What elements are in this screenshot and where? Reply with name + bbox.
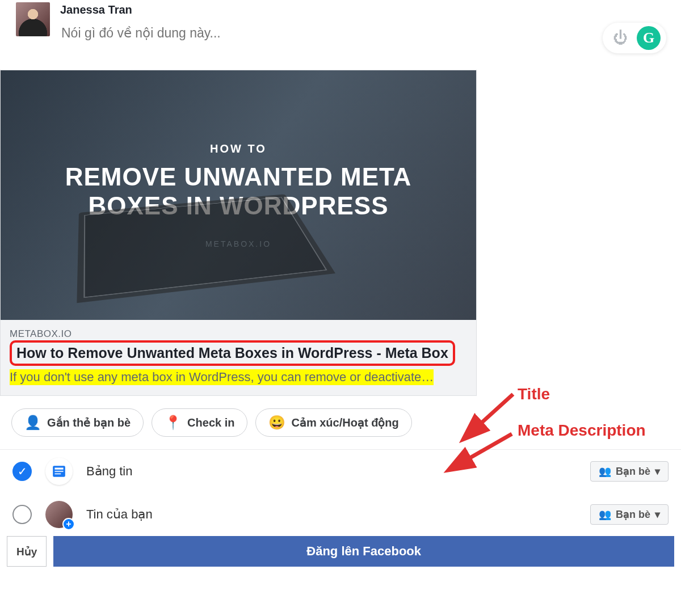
smiley-icon: 😀 <box>268 415 285 431</box>
preview-meta: METABOX.IO How to Remove Unwanted Meta B… <box>1 320 476 395</box>
user-name[interactable]: Janessa Tran <box>60 2 457 17</box>
preview-card[interactable]: HOW TO REMOVE UNWANTED META BOXES IN WOR… <box>0 70 477 396</box>
feed-label: Bảng tin <box>86 463 577 480</box>
chevron-down-icon: ▾ <box>655 508 660 521</box>
tag-friends-label: Gắn thẻ bạn bè <box>47 416 131 429</box>
location-pin-icon: 📍 <box>165 415 182 431</box>
tag-friends-button[interactable]: 👤 Gắn thẻ bạn bè <box>11 408 144 437</box>
audience-row-feed[interactable]: ✓ Bảng tin 👥 Bạn bè ▾ <box>0 450 681 493</box>
annotation-desc-label: Meta Description <box>518 420 646 441</box>
story-privacy-button[interactable]: 👥 Bạn bè ▾ <box>590 504 669 525</box>
annotation-title-label: Title <box>518 384 550 404</box>
svg-line-1 <box>464 434 512 461</box>
story-avatar: + <box>45 501 73 528</box>
story-label: Tin của bạn <box>86 507 577 523</box>
power-icon[interactable]: ⏻ <box>613 28 628 48</box>
svg-rect-3 <box>54 468 63 470</box>
audience-selector: ✓ Bảng tin 👥 Bạn bè ▾ + Tin của bạn 👥 Bạ… <box>0 449 681 536</box>
svg-rect-4 <box>54 471 63 472</box>
tag-friends-icon: 👤 <box>24 415 41 431</box>
preview-domain: METABOX.IO <box>10 328 467 340</box>
svg-line-0 <box>477 394 513 427</box>
story-radio[interactable] <box>12 505 32 524</box>
checkin-label: Check in <box>187 416 234 429</box>
story-privacy-label: Bạn bè <box>616 508 650 521</box>
feed-radio[interactable]: ✓ <box>12 462 32 481</box>
grammarly-icon[interactable]: G <box>637 26 661 50</box>
composer-input[interactable] <box>60 25 457 41</box>
hero-site: METABOX.IO <box>205 239 271 249</box>
preview-hero-image: HOW TO REMOVE UNWANTED META BOXES IN WOR… <box>1 70 476 320</box>
cancel-button[interactable]: Hủy <box>7 536 47 567</box>
post-button[interactable]: Đăng lên Facebook <box>53 536 674 567</box>
feed-privacy-label: Bạn bè <box>616 465 650 478</box>
link-preview: HOW TO REMOVE UNWANTED META BOXES IN WOR… <box>0 70 681 396</box>
chevron-down-icon: ▾ <box>655 465 660 478</box>
feed-icon <box>45 458 73 485</box>
preview-description: If you don't use any meta box in WordPre… <box>10 369 434 386</box>
composer-footer: Hủy Đăng lên Facebook <box>0 536 681 573</box>
svg-rect-5 <box>54 473 61 474</box>
feeling-button[interactable]: 😀 Cảm xúc/Hoạt động <box>255 408 411 437</box>
feed-privacy-button[interactable]: 👥 Bạn bè ▾ <box>590 461 669 482</box>
checkin-button[interactable]: 📍 Check in <box>152 408 247 437</box>
post-composer: Janessa Tran ⏻ G <box>0 0 681 70</box>
hero-headline: REMOVE UNWANTED META BOXES IN WORDPRESS <box>1 163 476 220</box>
preview-title: How to Remove Unwanted Meta Boxes in Wor… <box>10 340 455 366</box>
plus-icon: + <box>62 518 75 530</box>
friends-icon: 👥 <box>599 508 611 521</box>
grammarly-widget: ⏻ G <box>603 23 666 53</box>
audience-row-story[interactable]: + Tin của bạn 👥 Bạn bè ▾ <box>0 493 681 536</box>
feeling-label: Cảm xúc/Hoạt động <box>291 416 398 429</box>
hero-kicker: HOW TO <box>210 141 267 156</box>
user-avatar[interactable] <box>16 2 50 36</box>
friends-icon: 👥 <box>599 465 611 478</box>
